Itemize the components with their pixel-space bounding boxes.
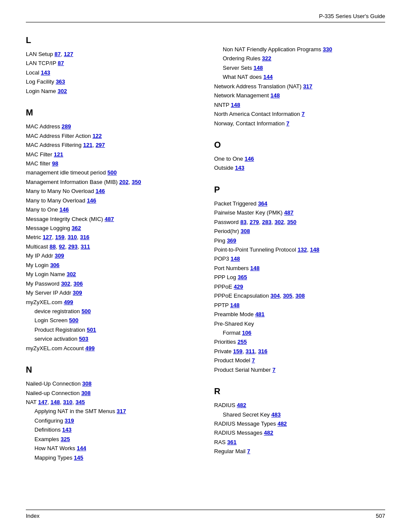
link-482b[interactable]: 482 — [277, 420, 287, 427]
link-487b[interactable]: 487 — [284, 209, 294, 216]
link-310b[interactable]: 310 — [63, 399, 72, 405]
link-319[interactable]: 319 — [65, 417, 74, 424]
link-500c[interactable]: 500 — [69, 317, 78, 324]
link-325[interactable]: 325 — [61, 436, 70, 442]
link-302c[interactable]: 302 — [61, 280, 71, 287]
link-121a[interactable]: 121 — [83, 142, 93, 148]
link-317b[interactable]: 317 — [303, 83, 312, 90]
link-98[interactable]: 98 — [52, 160, 58, 167]
link-482a[interactable]: 482 — [237, 402, 246, 408]
link-500a[interactable]: 500 — [107, 169, 117, 176]
link-148h[interactable]: 148 — [230, 302, 240, 308]
link-316b[interactable]: 316 — [258, 348, 268, 355]
link-499a[interactable]: 499 — [64, 299, 73, 305]
link-159b[interactable]: 159 — [233, 348, 243, 355]
link-7b[interactable]: 7 — [286, 120, 289, 127]
link-297[interactable]: 297 — [96, 142, 105, 148]
link-501[interactable]: 501 — [87, 327, 96, 333]
link-146d[interactable]: 146 — [245, 156, 254, 162]
link-503[interactable]: 503 — [79, 336, 88, 342]
link-364[interactable]: 364 — [258, 200, 268, 207]
link-365[interactable]: 365 — [238, 274, 247, 280]
link-279[interactable]: 279 — [249, 219, 259, 225]
link-146b[interactable]: 146 — [87, 197, 97, 204]
link-305[interactable]: 305 — [283, 292, 293, 299]
link-361[interactable]: 361 — [227, 439, 237, 445]
link-429[interactable]: 429 — [234, 283, 243, 290]
link-289[interactable]: 289 — [62, 123, 71, 130]
link-121b[interactable]: 121 — [54, 151, 63, 158]
link-143c[interactable]: 143 — [235, 165, 244, 171]
link-345[interactable]: 345 — [75, 399, 85, 405]
link-148e[interactable]: 148 — [310, 246, 320, 253]
link-148b[interactable]: 148 — [254, 65, 263, 71]
link-88[interactable]: 88 — [50, 243, 56, 250]
link-306a[interactable]: 306 — [50, 262, 59, 268]
link-482c[interactable]: 482 — [264, 429, 274, 436]
link-487a[interactable]: 487 — [105, 216, 114, 222]
link-316a[interactable]: 316 — [80, 234, 90, 240]
link-92[interactable]: 92 — [59, 243, 65, 250]
main-columns: L LAN Setup 87, 127 LAN TCP/IP 87 Local … — [26, 31, 385, 474]
link-350a[interactable]: 350 — [132, 179, 141, 185]
link-7e[interactable]: 7 — [247, 448, 250, 454]
link-148d[interactable]: 148 — [231, 102, 240, 108]
link-148a[interactable]: 148 — [50, 399, 60, 405]
link-483[interactable]: 483 — [271, 411, 281, 418]
link-127a[interactable]: 127 — [43, 234, 52, 240]
link-308a[interactable]: 308 — [82, 380, 92, 387]
link-306b[interactable]: 306 — [74, 280, 83, 287]
link-146c[interactable]: 146 — [59, 206, 69, 213]
link-362[interactable]: 362 — [72, 225, 81, 231]
link-144a[interactable]: 144 — [77, 445, 86, 451]
link-144b[interactable]: 144 — [263, 74, 273, 80]
link-143[interactable]: 143 — [41, 69, 50, 76]
list-item: NAT 147, 148, 310, 345 — [26, 398, 197, 407]
link-148g[interactable]: 148 — [250, 265, 260, 271]
link-143b[interactable]: 143 — [62, 426, 72, 433]
link-309b[interactable]: 309 — [73, 289, 82, 296]
link-302b[interactable]: 302 — [67, 271, 76, 277]
link-369[interactable]: 369 — [227, 237, 237, 244]
link-7c[interactable]: 7 — [252, 357, 255, 364]
link-87[interactable]: 87 — [55, 51, 61, 57]
link-7a[interactable]: 7 — [302, 111, 305, 117]
link-302d[interactable]: 302 — [274, 219, 284, 225]
link-310a[interactable]: 310 — [68, 234, 77, 240]
link-363[interactable]: 363 — [56, 78, 65, 85]
link-481[interactable]: 481 — [255, 311, 265, 317]
link-293[interactable]: 293 — [68, 243, 78, 250]
link-7d[interactable]: 7 — [272, 367, 275, 373]
link-87b[interactable]: 87 — [58, 60, 64, 66]
link-122[interactable]: 122 — [93, 133, 102, 139]
link-309a[interactable]: 309 — [55, 252, 64, 259]
link-500b[interactable]: 500 — [81, 308, 91, 314]
link-322[interactable]: 322 — [262, 55, 271, 62]
link-83[interactable]: 83 — [240, 219, 246, 225]
link-106[interactable]: 106 — [242, 330, 252, 336]
link-308b[interactable]: 308 — [81, 390, 91, 396]
section-letter-P: P — [214, 185, 385, 195]
link-147[interactable]: 147 — [38, 399, 47, 405]
link-317a[interactable]: 317 — [117, 408, 126, 414]
link-283[interactable]: 283 — [262, 219, 271, 225]
link-311b[interactable]: 311 — [246, 348, 255, 355]
link-255[interactable]: 255 — [237, 339, 247, 345]
link-132[interactable]: 132 — [298, 246, 307, 253]
link-499b[interactable]: 499 — [85, 345, 95, 352]
link-148f[interactable]: 148 — [230, 255, 240, 262]
link-302a[interactable]: 302 — [58, 88, 67, 94]
link-127[interactable]: 127 — [64, 51, 73, 57]
link-304[interactable]: 304 — [271, 292, 280, 299]
link-145[interactable]: 145 — [74, 454, 84, 461]
link-146a[interactable]: 146 — [96, 188, 105, 194]
link-202[interactable]: 202 — [119, 179, 129, 185]
link-311a[interactable]: 311 — [81, 243, 90, 250]
link-308d[interactable]: 308 — [296, 292, 305, 299]
link-330[interactable]: 330 — [323, 46, 332, 53]
link-148c[interactable]: 148 — [271, 92, 280, 99]
list-item: Message Integrity Check (MIC) 487 — [26, 215, 197, 224]
link-350b[interactable]: 350 — [287, 219, 296, 225]
link-159a[interactable]: 159 — [55, 234, 65, 240]
link-308c[interactable]: 308 — [240, 228, 250, 234]
